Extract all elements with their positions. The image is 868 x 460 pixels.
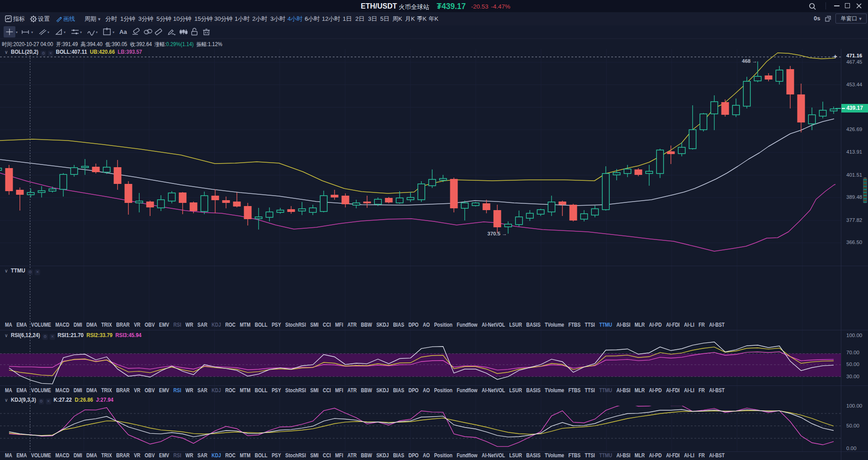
svg-text:Aa: Aa	[119, 28, 127, 35]
svg-text:▾: ▾	[31, 30, 33, 34]
svg-text:▾: ▾	[80, 30, 82, 34]
svg-text:▾: ▾	[47, 30, 49, 34]
svg-text:▾: ▾	[113, 30, 114, 34]
svg-text:▾: ▾	[64, 30, 66, 34]
svg-text:▾: ▾	[96, 30, 98, 34]
svg-text:▾: ▾	[16, 30, 18, 34]
